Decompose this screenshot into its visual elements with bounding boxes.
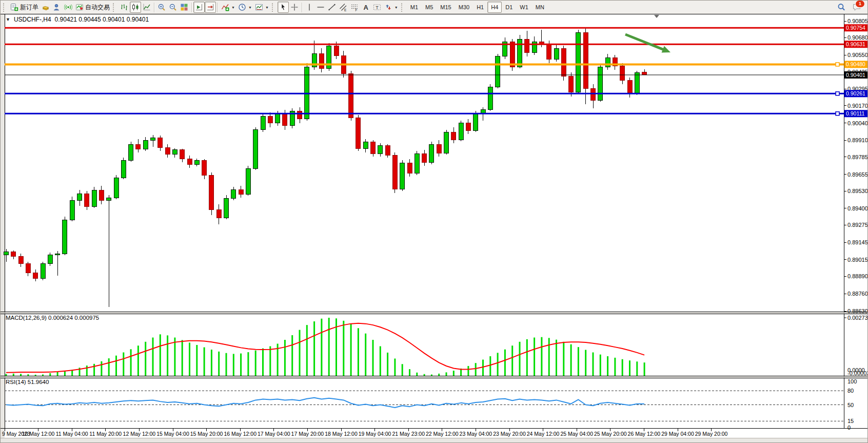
- autotrading-button[interactable]: 自动交易: [74, 2, 111, 13]
- candle-body: [172, 150, 177, 155]
- timeframe-m30[interactable]: M30: [455, 2, 473, 13]
- zoom-in-button[interactable]: [156, 2, 167, 13]
- svg-text:T: T: [376, 5, 379, 10]
- toolbar-group-chart-type: [119, 1, 152, 14]
- text-label-button[interactable]: T: [371, 2, 383, 13]
- toolbar-separator: [154, 3, 154, 12]
- price-tick-label: 0.90040: [847, 120, 868, 126]
- chart-dropdown-icon[interactable]: ▼: [6, 17, 10, 22]
- macd-histogram-bar: [482, 360, 484, 376]
- price-tick-label: 0.90550: [847, 52, 868, 58]
- dropdown-caret-icon[interactable]: ▼: [265, 6, 269, 9]
- cursor-button[interactable]: [278, 2, 289, 13]
- toolbar-grip[interactable]: [401, 3, 405, 12]
- dropdown-caret-icon[interactable]: ▼: [248, 6, 252, 9]
- arrows-button[interactable]: ▼: [383, 2, 400, 13]
- macd-histogram-bar: [211, 350, 212, 376]
- periods-icon: [238, 3, 246, 11]
- candle-body: [415, 153, 419, 173]
- candle-body: [319, 54, 324, 69]
- candle-body: [378, 146, 383, 154]
- timeframe-m15[interactable]: M15: [437, 2, 455, 13]
- macd-histogram-bar: [255, 351, 257, 376]
- line-chart-button[interactable]: [141, 2, 152, 13]
- macd-histogram-bar: [204, 348, 205, 376]
- candle-body: [165, 148, 170, 155]
- candle-body: [642, 72, 647, 75]
- candle-body: [554, 48, 559, 59]
- new-order-button[interactable]: 新订单: [9, 2, 40, 13]
- candle-body: [70, 200, 74, 220]
- text-label-icon: T: [373, 3, 381, 11]
- candle-body: [400, 163, 405, 189]
- macd-histogram-bar: [585, 350, 586, 376]
- text-button[interactable]: A: [360, 2, 371, 13]
- timeframe-h4[interactable]: H4: [487, 2, 502, 13]
- fibonacci-button[interactable]: F: [349, 2, 360, 13]
- timeframe-d1[interactable]: D1: [502, 2, 516, 13]
- macd-histogram-bar: [593, 352, 594, 376]
- rsi-tick-label: 15: [847, 418, 854, 424]
- candle-body: [107, 198, 111, 200]
- market-watch-button[interactable]: [40, 2, 51, 13]
- timeframe-mn[interactable]: MN: [532, 2, 548, 13]
- tile-windows-button[interactable]: [179, 2, 190, 13]
- line-handle[interactable]: [836, 63, 839, 66]
- indicators-icon: [221, 3, 229, 11]
- signal-button[interactable]: [63, 2, 74, 13]
- crosshair-button[interactable]: [289, 2, 300, 13]
- toolbar-grip[interactable]: [113, 3, 116, 12]
- periods-button[interactable]: ▼: [236, 2, 253, 13]
- equidistant-channel-button[interactable]: E: [338, 2, 349, 13]
- toolbar-grip[interactable]: [272, 3, 275, 12]
- pane-splitter[interactable]: [1, 313, 868, 314]
- indicators-button[interactable]: ▼: [220, 2, 236, 13]
- price-tick-label: 0.88890: [847, 273, 868, 279]
- line-handle[interactable]: [836, 92, 839, 95]
- templates-button[interactable]: ▼: [253, 2, 270, 13]
- notification-badge: 1: [856, 1, 864, 7]
- auto-scroll-button[interactable]: [193, 2, 205, 13]
- price-tick-label: 0.89275: [847, 222, 868, 228]
- zoom-out-button[interactable]: [167, 2, 179, 13]
- timeframe-h1[interactable]: H1: [473, 2, 487, 13]
- candle-body: [437, 144, 441, 153]
- timeframe-m1[interactable]: M1: [407, 2, 422, 13]
- time-tick-label: 21 May 23:00: [392, 431, 425, 437]
- dropdown-caret-icon[interactable]: ▼: [231, 6, 235, 9]
- notifications-button[interactable]: 1: [851, 2, 862, 13]
- toolbar-separator: [218, 3, 218, 12]
- line-handle[interactable]: [836, 112, 839, 115]
- chart-title: ▼ USDCHF-,H4 0.90421 0.90445 0.90401 0.9…: [6, 16, 149, 23]
- macd-histogram-bar: [130, 349, 132, 376]
- candle-body: [48, 255, 52, 264]
- candle-body: [224, 198, 229, 218]
- timeframe-m5[interactable]: M5: [422, 2, 437, 13]
- macd-histogram-bar: [380, 346, 381, 376]
- rsi-tick-label: 50: [847, 402, 854, 408]
- time-tick-label: 12 May 12:00: [123, 431, 156, 437]
- trendline-button[interactable]: [326, 2, 338, 13]
- horizontal-line-button[interactable]: [315, 2, 326, 13]
- candle-body: [99, 190, 104, 200]
- macd-histogram-bar: [534, 338, 535, 376]
- candle-body: [41, 264, 45, 279]
- vline-icon: [305, 3, 313, 11]
- dropdown-caret-icon[interactable]: ▼: [394, 6, 398, 9]
- time-tick-label: 11 May 20:00: [89, 431, 122, 437]
- macd-histogram-bar: [108, 358, 110, 376]
- bar-chart-button[interactable]: [119, 2, 130, 13]
- macd-histogram-bar: [313, 321, 315, 376]
- candle-body: [496, 56, 500, 87]
- chart-shift-button[interactable]: [205, 2, 216, 13]
- vertical-line-button[interactable]: [304, 2, 315, 13]
- candlestick-button[interactable]: [130, 2, 141, 13]
- candle-body: [620, 66, 625, 81]
- profile-button[interactable]: [51, 2, 63, 13]
- timeframe-w1[interactable]: W1: [516, 2, 532, 13]
- pane-splitter[interactable]: [1, 377, 868, 378]
- toolbar-grip[interactable]: [3, 3, 7, 12]
- search-button[interactable]: [836, 2, 847, 13]
- main-toolbar: 新订单自动交易▼▼▼EFAT▼M1M5M15M30H1H4D1W1MN1: [1, 1, 868, 14]
- candle-body: [518, 39, 522, 67]
